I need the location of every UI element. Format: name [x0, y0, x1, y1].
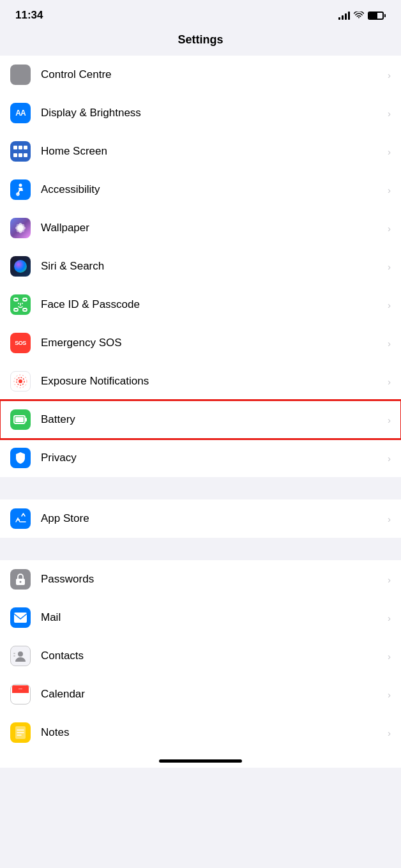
notes-icon	[10, 722, 31, 743]
chevron-icon: ›	[388, 146, 391, 157]
status-bar: 11:34	[0, 0, 401, 27]
svg-rect-21	[14, 613, 27, 623]
wallpaper-label: Wallpaper	[41, 222, 388, 234]
chevron-icon: ›	[388, 338, 391, 349]
svg-rect-17	[15, 417, 24, 422]
sidebar-item-passwords[interactable]: Passwords ›	[0, 560, 401, 598]
sidebar-item-contacts[interactable]: Contacts ›	[0, 637, 401, 675]
face-id-label: Face ID & Passcode	[41, 298, 388, 311]
status-icons	[338, 11, 386, 20]
sidebar-item-display-brightness[interactable]: AA Display & Brightness ›	[0, 94, 401, 132]
sidebar-item-app-store[interactable]: App Store ›	[0, 499, 401, 538]
store-section: App Store ›	[0, 499, 401, 538]
battery-settings-icon	[10, 409, 31, 430]
accessibility-icon	[10, 179, 31, 200]
display-brightness-label: Display & Brightness	[41, 107, 388, 119]
svg-point-12	[19, 379, 22, 383]
sidebar-item-battery[interactable]: Battery ›	[0, 400, 401, 439]
svg-rect-8	[14, 308, 18, 311]
sidebar-item-control-centre[interactable]: Control Centre ›	[0, 56, 401, 94]
chevron-icon: ›	[388, 223, 391, 234]
siri-search-label: Siri & Search	[41, 260, 388, 273]
battery-label: Battery	[41, 413, 388, 426]
calendar-label: Calendar	[41, 688, 388, 701]
home-bar	[159, 759, 242, 763]
svg-point-20	[20, 581, 22, 583]
chevron-icon: ›	[388, 415, 391, 425]
section-gap-2	[0, 538, 401, 560]
section-gap-1	[0, 477, 401, 499]
sidebar-item-mail[interactable]: Mail ›	[0, 598, 401, 637]
svg-rect-9	[23, 308, 27, 311]
display-brightness-icon: AA	[10, 103, 31, 123]
contacts-label: Contacts	[41, 650, 388, 662]
app-store-icon	[10, 508, 31, 529]
svg-rect-24	[13, 655, 15, 657]
privacy-icon	[10, 448, 31, 468]
accessibility-label: Accessibility	[41, 183, 388, 196]
notes-label: Notes	[41, 726, 388, 739]
calendar-icon: ···	[10, 684, 31, 704]
chevron-icon: ›	[388, 613, 391, 623]
sidebar-item-emergency-sos[interactable]: SOS Emergency SOS ›	[0, 324, 401, 362]
display-section: Control Centre › AA Display & Brightness…	[0, 56, 401, 477]
passwords-label: Passwords	[41, 573, 388, 586]
face-id-icon	[10, 294, 31, 315]
chevron-icon: ›	[388, 727, 391, 738]
sidebar-item-notes[interactable]: Notes ›	[0, 713, 401, 752]
chevron-icon: ›	[388, 261, 391, 272]
svg-point-10	[18, 303, 19, 304]
control-centre-label: Control Centre	[41, 68, 388, 81]
apps-section: Passwords › Mail › Contacts ›	[0, 560, 401, 752]
home-screen-icon	[10, 141, 31, 162]
contacts-icon	[10, 646, 31, 666]
home-screen-label: Home Screen	[41, 145, 388, 158]
chevron-icon: ›	[388, 185, 391, 195]
signal-icon	[338, 11, 350, 20]
chevron-icon: ›	[388, 574, 391, 585]
chevron-icon: ›	[388, 108, 391, 119]
chevron-icon: ›	[388, 376, 391, 387]
page-header: Settings	[0, 27, 401, 56]
svg-point-22	[18, 651, 23, 657]
sidebar-item-calendar[interactable]: ··· Calendar ›	[0, 675, 401, 713]
svg-rect-7	[23, 298, 27, 301]
svg-point-0	[19, 184, 22, 187]
exposure-notifications-label: Exposure Notifications	[41, 375, 388, 388]
wallpaper-icon	[10, 218, 31, 238]
home-indicator	[0, 752, 401, 768]
sidebar-item-face-id[interactable]: Face ID & Passcode ›	[0, 286, 401, 324]
exposure-notifications-icon	[10, 371, 31, 392]
app-store-label: App Store	[41, 512, 388, 525]
wifi-icon	[354, 11, 364, 19]
page-title: Settings	[178, 33, 223, 46]
sidebar-item-wallpaper[interactable]: Wallpaper ›	[0, 209, 401, 247]
svg-rect-23	[13, 653, 15, 654]
emergency-sos-label: Emergency SOS	[41, 337, 388, 349]
sidebar-item-exposure-notifications[interactable]: Exposure Notifications ›	[0, 362, 401, 400]
svg-rect-16	[25, 418, 27, 422]
svg-point-11	[22, 303, 23, 304]
mail-icon	[10, 607, 31, 628]
sidebar-item-siri-search[interactable]: Siri & Search ›	[0, 247, 401, 286]
chevron-icon: ›	[388, 514, 391, 524]
chevron-icon: ›	[388, 70, 391, 80]
chevron-icon: ›	[388, 300, 391, 310]
control-centre-icon	[10, 65, 31, 85]
chevron-icon: ›	[388, 453, 391, 464]
status-time: 11:34	[15, 9, 43, 22]
passwords-icon	[10, 569, 31, 590]
sidebar-item-privacy[interactable]: Privacy ›	[0, 439, 401, 477]
emergency-sos-icon: SOS	[10, 333, 31, 353]
sidebar-item-home-screen[interactable]: Home Screen ›	[0, 132, 401, 171]
sidebar-item-accessibility[interactable]: Accessibility ›	[0, 171, 401, 209]
siri-icon	[10, 256, 31, 277]
chevron-icon: ›	[388, 689, 391, 700]
privacy-label: Privacy	[41, 452, 388, 464]
mail-label: Mail	[41, 611, 388, 624]
battery-status-icon	[368, 11, 386, 20]
chevron-icon: ›	[388, 651, 391, 662]
svg-rect-6	[14, 298, 18, 301]
